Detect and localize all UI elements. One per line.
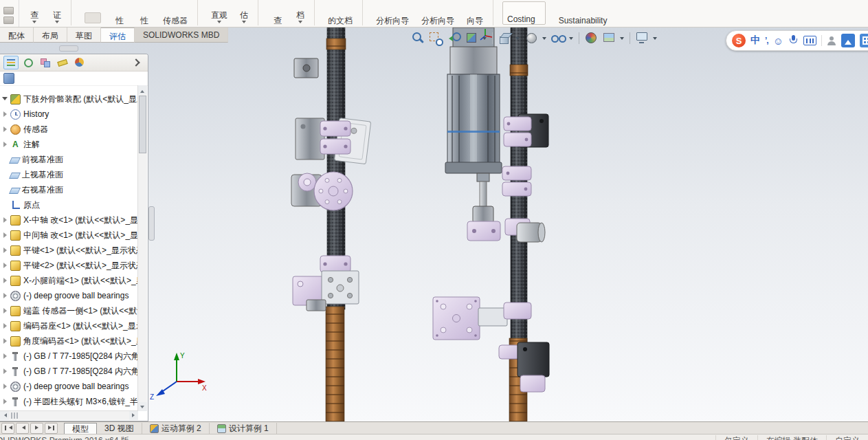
tree-item[interactable]: 前视基准面 [0,152,138,167]
commandmanager-tab[interactable]: 配体 [0,28,34,43]
expand-arrow-icon[interactable] [2,109,10,119]
left-upper-block[interactable] [294,58,318,78]
commandmanager-tab[interactable]: 布局 [34,28,67,43]
headsup-icon[interactable] [568,31,575,45]
headsup-icon[interactable] [579,32,579,44]
tree-item[interactable]: 角度编码器<1> (默认<<默认>_显 [0,333,138,349]
ime-icon[interactable] [803,36,816,45]
next-tab-icon[interactable] [30,423,43,434]
headsup-icon[interactable] [630,32,630,44]
commandmanager-tab[interactable]: SOLIDWORKS MBD [135,28,228,43]
ribbon-button[interactable]: 档 [292,0,315,25]
ribbon-button[interactable]: 性 [109,0,130,25]
tree-horizontal-scrollbar[interactable] [0,410,138,420]
ime-icon[interactable]: 中 [750,34,760,47]
expand-arrow-icon[interactable] [2,306,10,316]
ime-icon[interactable] [860,34,868,47]
ribbon-button[interactable]: 分析向导 [372,0,413,25]
headsup-icon[interactable] [542,31,548,45]
ribbon-button[interactable]: Sustainability [555,0,612,25]
panel-tab-icon[interactable] [21,56,36,69]
tree-item[interactable]: X-中轴 改<1> (默认<<默认>_显示 [0,212,138,228]
panel-tab-icon[interactable] [38,56,53,69]
scrollbar-thumb[interactable] [139,96,146,153]
scroll-left-icon[interactable] [0,411,9,420]
cylinder-rod-end[interactable] [467,219,545,242]
expand-arrow-icon[interactable] [2,230,10,240]
ribbon-button[interactable]: 直观 [207,0,232,25]
ribbon-button[interactable]: Costing [502,1,546,25]
panel-tab-icon[interactable] [3,56,19,69]
tree-item[interactable]: (-) GB / T 77-1985[Q284 内六角 [0,364,138,379]
study-tab[interactable]: 设计算例 1 [210,423,277,434]
headsup-icon[interactable] [583,31,599,45]
expand-arrow-icon[interactable] [2,276,10,285]
headsup-icon[interactable] [524,31,539,45]
scroll-up-icon[interactable] [138,85,147,94]
ribbon-button[interactable]: 的文档 [324,0,363,25]
ime-icon[interactable] [841,34,855,47]
headsup-icon[interactable] [619,31,625,45]
study-tab[interactable]: 3D 视图 [97,423,142,434]
right-upper-clamp[interactable] [504,114,548,147]
ribbon-button[interactable]: 证 [49,0,71,25]
expand-arrow-icon[interactable] [2,321,10,331]
left-flange-joint[interactable] [291,172,353,210]
tree-item[interactable]: 注解 [0,137,138,152]
scroll-down-icon[interactable] [138,402,147,411]
panel-tab-icon[interactable] [129,56,144,69]
last-tab-icon[interactable] [45,423,58,434]
headsup-icon[interactable] [410,31,425,45]
expand-arrow-icon[interactable] [2,366,10,376]
expand-arrow-icon[interactable] [2,124,10,134]
tree-item[interactable]: (-) deep groove ball bearings [0,288,138,303]
tree-item[interactable]: X-小腿前端<1> (默认<<默认>_显 [0,273,138,288]
tree-item[interactable]: (-) 半圆柱头螺钉 M3×6,镀锌_半圆 [0,394,138,409]
study-tab[interactable]: 运动算例 2 [142,423,210,434]
quickbar-icon[interactable] [3,7,14,14]
ribbon-button[interactable]: 分析向导 [417,0,458,25]
ime-icon[interactable]: ☺ [773,36,783,46]
left-lower-bracket[interactable] [293,256,359,311]
panel-grip-handle[interactable] [59,45,78,52]
tree-item[interactable]: 中间轴 改<1> (默认<<默认>_显示 [0,228,138,243]
panel-splitter-handle[interactable] [148,206,155,241]
tree-item[interactable]: 上视基准面 [0,167,138,182]
tree-item[interactable]: 下肢外骨骼装配 (默认<默认_显示状态 [0,91,138,107]
ime-icon[interactable]: ’, [765,36,768,45]
panel-tab-icon[interactable] [55,56,70,69]
left-leg-rod[interactable] [326,28,346,421]
ime-icon[interactable] [788,34,799,47]
ribbon-button[interactable]: 向导 [463,0,493,25]
tree-item[interactable]: 平键<2> (默认<<默认>_显示状态 [0,258,138,273]
ribbon-button[interactable]: 查 [267,0,288,25]
scrollbar-grip[interactable] [11,412,19,419]
expand-arrow-icon[interactable] [2,382,10,391]
headsup-icon[interactable] [550,31,566,45]
first-tab-icon[interactable] [1,423,14,434]
tree-item[interactable]: (-) GB / T 77-1985[Q284 内六角 [0,349,138,364]
tree-item[interactable]: 原点 [0,197,138,212]
tree-item[interactable]: 编码器座<1> (默认<<默认>_显示 [0,318,138,333]
tree-vertical-scrollbar[interactable] [137,85,147,411]
ime-icon[interactable] [821,35,822,46]
expand-arrow-icon[interactable] [2,140,10,149]
headsup-icon[interactable] [482,31,488,45]
panel-tab-icon[interactable] [72,56,87,69]
display-pane-icon[interactable] [3,73,14,84]
expand-arrow-icon[interactable] [2,215,10,225]
expand-arrow-icon[interactable] [2,94,10,104]
ime-icon[interactable]: S [732,34,746,47]
ribbon-button[interactable]: 性 [134,0,155,25]
ribbon-button[interactable]: 查 [24,0,45,25]
headsup-icon[interactable] [428,31,443,45]
expand-arrow-icon[interactable] [2,291,10,300]
ribbon-button[interactable]: 估 [236,0,258,25]
right-lower-box[interactable] [499,342,549,392]
tree-item[interactable]: 端盖 传感器一侧<1> (默认<<默认 [0,303,138,318]
headsup-icon[interactable] [492,32,493,44]
tree-item[interactable]: (-) deep groove ball bearings [0,379,138,394]
headsup-icon[interactable] [446,31,461,45]
expand-arrow-icon[interactable] [2,351,10,361]
headsup-icon[interactable] [515,31,521,45]
